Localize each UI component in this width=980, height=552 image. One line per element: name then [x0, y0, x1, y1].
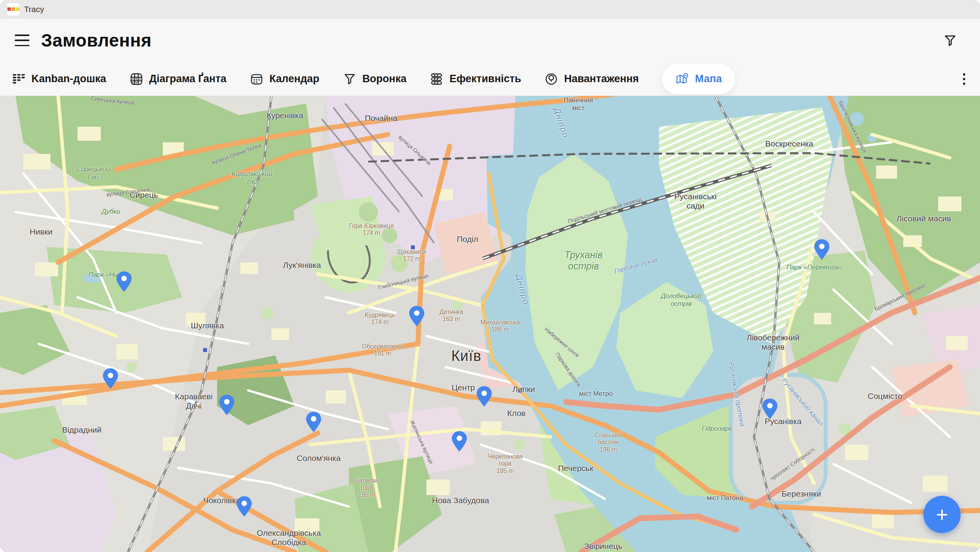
add-order-fab[interactable]: +: [923, 496, 961, 533]
titlebar-title: Tracy: [24, 5, 44, 14]
tab-load[interactable]: Навантаження: [544, 72, 639, 86]
load-icon: [544, 72, 558, 86]
calendar-icon: [250, 72, 264, 86]
tab-label: Навантаження: [564, 73, 639, 85]
efficiency-icon: [430, 72, 443, 86]
page-title: Замовлення: [41, 30, 152, 51]
tab-label: Діаграма Ґанта: [149, 73, 226, 85]
tab-kanban[interactable]: Kanban-дошка: [12, 72, 106, 86]
view-tabbar: Kanban-дошкаДіаграма ҐантаКалендарВоронк…: [0, 62, 980, 96]
tab-label: Воронка: [362, 73, 407, 85]
map-pin[interactable]: [219, 394, 235, 416]
tab-label: Kanban-дошка: [31, 73, 106, 85]
tracy-logo-icon: [7, 3, 19, 16]
map-pin[interactable]: [814, 239, 830, 260]
map-tiles: [0, 96, 980, 552]
filter-icon[interactable]: [940, 31, 960, 50]
map-canvas[interactable]: КуренівкаПочайнаПівнічний містВоскресенк…: [0, 96, 980, 552]
funnel-icon: [343, 72, 357, 86]
map-pin[interactable]: [102, 368, 119, 389]
map-pin[interactable]: [409, 305, 425, 327]
view-tabs: Kanban-дошкаДіаграма ҐантаКалендарВоронк…: [12, 64, 960, 94]
hamburger-icon[interactable]: [15, 34, 29, 46]
kanban-icon: [12, 72, 26, 86]
tab-calendar[interactable]: Календар: [250, 72, 319, 86]
map-pin[interactable]: [236, 496, 252, 517]
map-icon: [675, 72, 689, 86]
kebab-menu-icon[interactable]: [960, 70, 968, 88]
map-pin[interactable]: [116, 271, 132, 292]
tab-label: Календар: [269, 73, 319, 85]
tab-map[interactable]: Мапа: [662, 64, 735, 94]
tab-label: Ефективність: [449, 73, 521, 85]
tab-label: Мапа: [695, 73, 722, 85]
plus-icon: +: [936, 504, 948, 525]
titlebar: Tracy: [0, 0, 980, 19]
tab-efficiency[interactable]: Ефективність: [430, 72, 521, 86]
app-window: Tracy Замовлення Kanban-дошкаДіаграма Ґа…: [0, 0, 980, 552]
map-pin[interactable]: [451, 431, 468, 452]
map-pin[interactable]: [305, 411, 322, 433]
page-header: Замовлення: [0, 19, 980, 62]
tab-gantt[interactable]: Діаграма Ґанта: [129, 72, 226, 86]
tab-funnel[interactable]: Воронка: [343, 72, 407, 86]
map-pin[interactable]: [762, 398, 778, 419]
gantt-icon: [129, 72, 143, 86]
map-pin[interactable]: [476, 386, 492, 407]
